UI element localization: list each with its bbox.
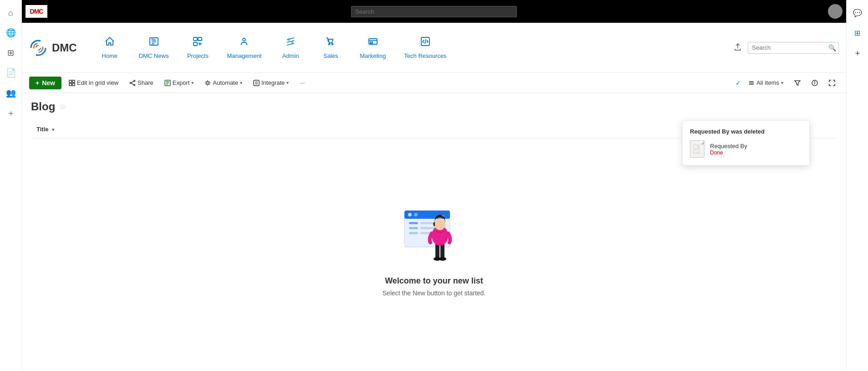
export-button[interactable]: Export ▾ (161, 77, 198, 88)
toolbar-right: ✓ All Items ▾ (735, 77, 839, 88)
popup-file-icon (690, 140, 705, 158)
sp-search-box[interactable]: 🔍 (748, 42, 839, 54)
svg-line-32 (131, 81, 133, 82)
right-comment-icon[interactable]: 💬 (848, 4, 867, 22)
automate-chevron-icon: ▾ (240, 80, 242, 85)
svg-rect-27 (69, 83, 71, 86)
sidebar-people-icon[interactable]: 👥 (2, 84, 20, 102)
user-avatar[interactable] (828, 4, 842, 19)
svg-rect-7 (152, 38, 154, 40)
svg-rect-8 (194, 37, 197, 41)
sidebar-globe-icon[interactable]: 🌐 (2, 24, 20, 42)
nav-item-sales[interactable]: Sales (312, 32, 349, 63)
svg-point-18 (291, 41, 293, 43)
svg-point-31 (134, 84, 135, 86)
nav-item-admin[interactable]: Admin (272, 32, 309, 63)
more-button[interactable]: ··· (296, 77, 308, 88)
svg-rect-22 (370, 42, 373, 43)
nav-item-tech-resources[interactable]: Tech Resources (397, 32, 454, 63)
nav-item-marketing[interactable]: Marketing (352, 32, 393, 63)
favorite-star-icon[interactable]: ☆ (59, 102, 66, 112)
sp-nav: DMC Home (22, 23, 846, 73)
svg-rect-38 (254, 80, 259, 86)
nav-label-home: Home (102, 52, 117, 59)
nav-item-dmc-news[interactable]: DMC News (132, 32, 176, 63)
svg-point-20 (332, 44, 333, 45)
export-icon (164, 80, 171, 86)
top-nav-search-input[interactable] (351, 6, 517, 17)
nav-label-marketing: Marketing (360, 52, 386, 59)
svg-point-46 (815, 81, 815, 82)
svg-point-13 (243, 38, 245, 41)
sp-search-input[interactable] (752, 44, 828, 51)
all-items-chevron-icon: ▾ (781, 80, 783, 85)
nav-label-tech-resources: Tech Resources (404, 52, 446, 59)
sidebar-apps-icon[interactable]: ⊞ (2, 44, 20, 62)
svg-rect-55 (409, 232, 418, 234)
nav-label-projects: Projects (187, 52, 209, 59)
right-plus-icon[interactable]: ＋ (848, 44, 867, 62)
sales-nav-icon (325, 36, 336, 50)
sidebar-plus-icon[interactable]: ＋ (2, 104, 20, 122)
right-sidebar: 💬 ⊞ ＋ (846, 0, 868, 371)
svg-point-2 (36, 46, 41, 50)
sp-share-icon[interactable] (731, 41, 744, 55)
popup-item-status: Done (710, 149, 747, 156)
new-button[interactable]: + New (29, 77, 61, 89)
nav-label-management: Management (227, 52, 261, 59)
sidebar-home-icon[interactable]: ⌂ (2, 4, 20, 22)
export-chevron-icon: ▾ (191, 80, 194, 85)
integrate-button[interactable]: Integrate ▾ (250, 77, 292, 88)
sp-nav-items: Home DMC News (92, 32, 731, 63)
main-area: DMC DMC (22, 0, 846, 371)
info-button[interactable] (808, 78, 822, 88)
sp-brand-logo (29, 39, 47, 57)
svg-point-29 (134, 80, 135, 82)
empty-state-title: Welcome to your new list (385, 276, 483, 286)
integrate-icon (253, 80, 260, 86)
filter-icon (794, 80, 801, 86)
nav-item-management[interactable]: Management (220, 32, 269, 63)
nav-item-projects[interactable]: Projects (179, 32, 216, 63)
nav-item-home[interactable]: Home (92, 32, 128, 63)
svg-point-17 (288, 39, 290, 41)
edit-in-grid-button[interactable]: Edit in grid view (65, 77, 122, 88)
title-sort-icon: ▾ (52, 127, 54, 132)
home-nav-icon (104, 36, 115, 50)
new-plus-icon: + (36, 79, 39, 87)
svg-point-60 (434, 218, 445, 230)
title-column-header[interactable]: Title ▾ (31, 120, 746, 139)
all-items-button[interactable]: All Items ▾ (745, 77, 787, 88)
popup-notification: Requested By was deleted Requested By Do… (682, 120, 810, 165)
empty-state-subtitle: Select the New button to get started. (383, 289, 485, 297)
svg-rect-53 (409, 227, 418, 229)
list-icon (748, 80, 755, 86)
top-nav-bar: DMC (22, 0, 846, 23)
right-apps-icon[interactable]: ⊞ (848, 24, 867, 42)
popup-deleted-message: Requested By was deleted (690, 128, 802, 135)
svg-rect-10 (194, 42, 197, 46)
page-title-row: Blog ☆ (31, 100, 837, 113)
svg-rect-28 (72, 83, 75, 86)
empty-illustration (398, 206, 470, 265)
automate-button[interactable]: Automate ▾ (201, 77, 246, 88)
expand-icon (829, 80, 835, 86)
sp-brand-name: DMC (52, 41, 77, 54)
share-button[interactable]: Share (126, 77, 157, 88)
popup-item-name: Requested By (710, 143, 747, 149)
grid-icon (69, 80, 75, 86)
popup-item: Requested By Done (690, 140, 802, 158)
tech-resources-nav-icon (420, 36, 431, 50)
admin-nav-icon (285, 36, 296, 50)
svg-rect-51 (409, 222, 418, 224)
svg-point-50 (414, 213, 418, 216)
nav-label-dmc-news: DMC News (139, 52, 169, 59)
expand-button[interactable] (825, 78, 839, 88)
toolbar: + New Edit in grid view Share Export ▾ (22, 73, 846, 93)
sp-brand: DMC (29, 39, 77, 57)
news-nav-icon (148, 36, 159, 50)
svg-line-33 (131, 83, 133, 84)
svg-point-19 (329, 44, 330, 45)
sidebar-document-icon[interactable]: 📄 (2, 64, 20, 82)
filter-button[interactable] (791, 78, 804, 88)
